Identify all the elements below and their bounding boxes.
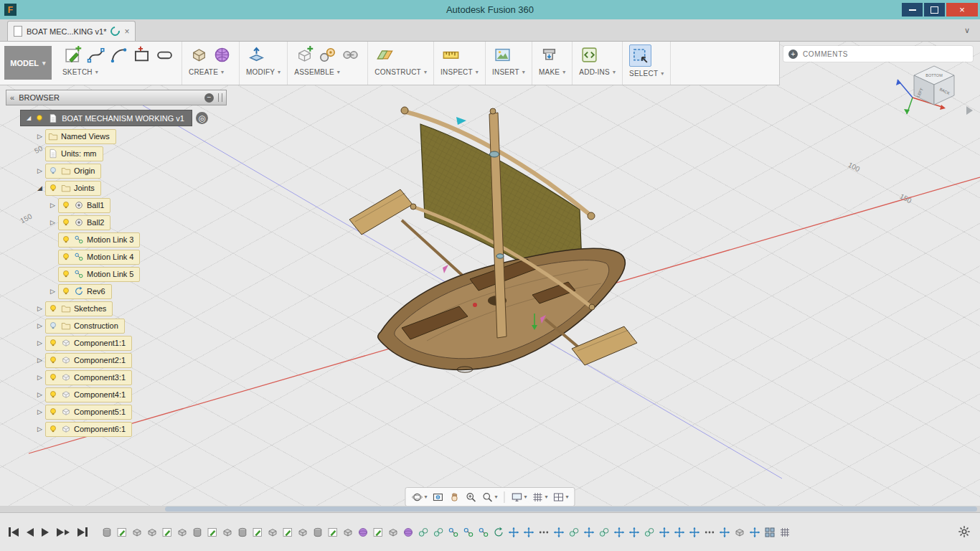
measure-icon[interactable]	[440, 44, 461, 65]
visibility-bulb-icon[interactable]	[48, 303, 58, 314]
timeline-feature-move[interactable]	[551, 524, 566, 541]
caret-down-icon[interactable]: ▾	[494, 494, 497, 500]
add-comment-icon[interactable]: +	[788, 50, 798, 59]
browser-item-motion-link-4[interactable]: Motion Link 4	[6, 248, 227, 265]
go-to-start-button[interactable]	[9, 527, 19, 538]
timeline-feature-move[interactable]	[672, 524, 687, 541]
viewcube-context-arrow-icon[interactable]	[966, 106, 977, 115]
visibility-bulb-icon[interactable]	[61, 269, 71, 279]
timeline-feature-extrude[interactable]	[385, 524, 400, 541]
timeline-feature-sketch[interactable]	[114, 524, 129, 541]
browser-item-component3-1[interactable]: ▷Component3:1	[6, 369, 227, 386]
browser-item-sketches[interactable]: ▷Sketches	[6, 300, 227, 317]
joint-flag[interactable]	[443, 265, 448, 273]
visibility-bulb-icon[interactable]	[34, 113, 44, 123]
manipulator-arrow[interactable]	[456, 117, 466, 125]
visibility-bulb-icon[interactable]	[48, 183, 58, 193]
timeline-feature-move[interactable]	[747, 524, 762, 541]
caret-down-icon[interactable]: ▾	[424, 494, 427, 500]
timeline-feature-pattern[interactable]	[762, 524, 777, 541]
timeline-feature-move[interactable]	[581, 524, 596, 541]
orbit-button[interactable]: ▾	[411, 491, 427, 503]
sketch-create-icon[interactable]	[62, 44, 83, 65]
timeline-feature-dots[interactable]	[702, 524, 717, 541]
joint-origin-dot[interactable]	[473, 303, 477, 307]
minimize-button[interactable]	[902, 3, 923, 17]
form-icon[interactable]	[212, 44, 232, 65]
timeline-feature-move[interactable]	[611, 524, 626, 541]
expand-arrow-icon[interactable]: ▷	[34, 391, 45, 398]
visibility-bulb-icon[interactable]	[48, 372, 58, 382]
timeline-feature-rev[interactable]	[491, 524, 506, 541]
timeline-feature-link[interactable]	[446, 524, 461, 541]
visibility-bulb-icon[interactable]	[61, 200, 71, 210]
timeline-feature-move[interactable]	[717, 524, 732, 541]
expand-arrow-icon[interactable]: ▷	[34, 167, 45, 174]
timeline-feature-cylinder[interactable]	[189, 524, 204, 541]
caret-down-icon[interactable]: ▾	[566, 494, 569, 500]
expand-arrow-icon[interactable]: ▷	[34, 374, 45, 381]
timeline-feature-extrude[interactable]	[174, 524, 189, 541]
step-forward-button[interactable]	[57, 527, 70, 538]
timeline-feature-link[interactable]	[476, 524, 491, 541]
timeline-feature-cylinder[interactable]	[235, 524, 250, 541]
expand-arrow-icon[interactable]: ▷	[34, 133, 45, 140]
timeline-feature-extrude[interactable]	[295, 524, 310, 541]
asbuilt-icon[interactable]	[340, 44, 361, 65]
timeline-feature-sketch[interactable]	[159, 524, 174, 541]
timeline-feature-sketch[interactable]	[204, 524, 220, 541]
viewports-button[interactable]: ▾	[553, 491, 569, 503]
maximize-button[interactable]	[924, 3, 945, 17]
browser-item-component1-1[interactable]: ▷Component1:1	[6, 334, 227, 352]
component-new-icon[interactable]	[294, 44, 315, 65]
document-tab[interactable]: BOAT MEC...KING v1* ×	[7, 21, 136, 41]
timeline-feature-extrude[interactable]	[340, 524, 355, 541]
expand-arrow-icon[interactable]: ▷	[47, 219, 58, 226]
pan-button[interactable]	[448, 491, 460, 503]
toolbar-menu-create[interactable]: CREATE▾	[189, 68, 224, 76]
zoomwin-button[interactable]: ▾	[481, 491, 497, 503]
browser-item-rev6[interactable]: ▷Rev6	[6, 283, 227, 300]
toolbar-menu-modify[interactable]: MODIFY▾	[246, 68, 281, 76]
browser-minimize-icon[interactable]: −	[204, 93, 214, 103]
timeline-feature-extrude[interactable]	[129, 524, 144, 541]
visibility-bulb-icon[interactable]	[61, 217, 71, 227]
lookat-button[interactable]	[432, 491, 443, 503]
browser-item-component6-1[interactable]: ▷Component6:1	[6, 420, 227, 438]
visibility-bulb-icon[interactable]	[48, 390, 58, 400]
toolbar-menu-add-ins[interactable]: ADD-INS▾	[579, 68, 616, 76]
browser-item-component2-1[interactable]: ▷Component2:1	[6, 352, 227, 369]
expand-arrow-icon[interactable]: ◢	[34, 184, 45, 192]
timeline-feature-extrude[interactable]	[265, 524, 280, 541]
timeline-feature-sketch[interactable]	[280, 524, 295, 541]
toolbar-menu-select[interactable]: SELECT▾	[629, 70, 664, 77]
timeline-feature-cylinder[interactable]	[310, 524, 325, 541]
timeline-feature-move[interactable]	[506, 524, 521, 541]
timeline-feature-sphere[interactable]	[400, 524, 415, 541]
timeline-scrollbar[interactable]	[0, 506, 980, 512]
visibility-bulb-icon[interactable]	[48, 424, 58, 434]
timeline-feature-sketch[interactable]	[325, 524, 340, 541]
viewcube-face-bottom[interactable]: BOTTOM	[925, 73, 943, 77]
gridicon-button[interactable]: ▾	[532, 491, 548, 503]
view-cube[interactable]: BOTTOM LEFT BACK	[892, 57, 967, 118]
tab-list-chevron-icon[interactable]: ∨	[964, 26, 970, 35]
timeline-feature-joint[interactable]	[596, 524, 611, 541]
toolbar-menu-inspect[interactable]: INSPECT▾	[440, 68, 479, 76]
expand-arrow-icon[interactable]: ▷	[34, 425, 45, 433]
comments-bar[interactable]: + COMMENTS	[783, 46, 973, 62]
step-back-button[interactable]	[27, 527, 34, 538]
browser-item-units-mm[interactable]: Units: mm	[6, 145, 227, 162]
timeline-feature-move[interactable]	[656, 524, 672, 541]
box3d-icon[interactable]	[189, 44, 209, 65]
expand-arrow-icon[interactable]: ◢	[27, 115, 31, 121]
timeline-feature-extrude[interactable]	[732, 524, 747, 541]
workspace-selector[interactable]: MODEL ▾	[4, 46, 52, 80]
visibility-bulb-icon[interactable]	[61, 252, 71, 262]
visibility-bulb-icon[interactable]	[48, 166, 58, 176]
visibility-bulb-icon[interactable]	[48, 355, 58, 365]
toolbar-menu-insert[interactable]: INSERT▾	[492, 68, 525, 76]
browser-item-ball1[interactable]: ▷Ball1	[6, 197, 227, 214]
expand-arrow-icon[interactable]: ▷	[34, 322, 45, 329]
expand-arrow-icon[interactable]: ▷	[34, 339, 45, 347]
